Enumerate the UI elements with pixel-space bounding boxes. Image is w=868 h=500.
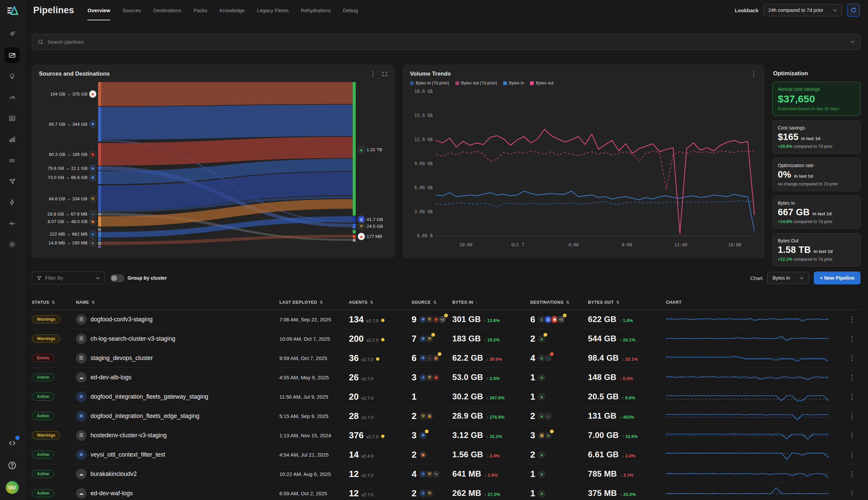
row-menu-icon[interactable]: ⋮ xyxy=(844,451,860,458)
sankey-source-node[interactable] xyxy=(98,171,101,184)
expand-icon[interactable] xyxy=(382,71,387,77)
pipeline-row[interactable]: Warnings☰hostedenv-cluster-v3-staging1:1… xyxy=(32,426,860,445)
sankey-source-node[interactable] xyxy=(98,246,101,248)
edge-delta-logo[interactable] xyxy=(5,4,19,18)
row-menu-icon[interactable]: ⋮ xyxy=(844,470,860,477)
pipeline-name-cell[interactable]: ☸dogfood_integration_fleets_gateway_stag… xyxy=(76,391,279,402)
sidebar-item-metrics[interactable] xyxy=(4,132,20,147)
pipeline-name-cell[interactable]: ☸dogfood_integration_fleets_edge_staging xyxy=(76,411,279,421)
pipeline-row[interactable]: Active☁burakakincloudv210:22 AM, Aug 6, … xyxy=(32,464,860,484)
sidebar-item-onboarding[interactable] xyxy=(4,68,20,84)
pipeline-name[interactable]: ch-log-search-cluster-v3-staging xyxy=(91,335,175,342)
sankey-source-node[interactable] xyxy=(98,185,101,212)
refresh-button[interactable] xyxy=(847,4,860,16)
tab-knowledge[interactable]: Knowledge xyxy=(220,0,245,20)
sidebar-item-ai-assistant[interactable] xyxy=(4,26,20,42)
filter-by-dropdown[interactable]: Filter By xyxy=(32,272,105,284)
sankey-source-label[interactable]: 222 MB → 662 MB xyxy=(49,231,88,237)
pipeline-name-cell[interactable]: ☁ed-dev-alb-logs xyxy=(76,372,279,383)
sankey-chart[interactable]: 104 GB → 375 GB◆85.7 GB → 344 GB☸80.3 GB… xyxy=(39,79,387,252)
pipeline-name-cell[interactable]: ☰staging_devops_cluster xyxy=(76,353,279,363)
row-menu-icon[interactable]: ⋮ xyxy=(844,355,860,361)
sankey-source-node[interactable] xyxy=(98,238,101,241)
pipeline-name[interactable]: veysi_ottl_context_filter_test xyxy=(91,451,165,458)
row-menu-icon[interactable]: ⋮ xyxy=(844,490,860,497)
row-menu-icon[interactable]: ⋮ xyxy=(844,316,860,323)
sankey-destination-node[interactable] xyxy=(353,235,356,238)
tab-packs[interactable]: Packs xyxy=(194,0,207,20)
lookback-dropdown[interactable]: 24h compared to 7d prior xyxy=(763,4,842,16)
sankey-link[interactable] xyxy=(101,82,353,106)
user-avatar[interactable]: OU xyxy=(6,481,19,494)
pipeline-row[interactable]: Errors☰staging_devops_cluster9:59 AM, Oc… xyxy=(32,349,860,368)
column-header-destinations[interactable]: DESTINATIONS⇅ xyxy=(530,300,588,305)
sidebar-item-events[interactable] xyxy=(4,195,20,210)
sankey-destination-label[interactable]: 41.7 GB xyxy=(367,217,383,222)
pipeline-name[interactable]: ed-dev-waf-logs xyxy=(91,490,133,497)
column-header-source[interactable]: SOURCE⇅ xyxy=(412,300,452,305)
sankey-source-label[interactable]: 28.8 GB → 67.9 MB xyxy=(47,212,88,217)
sankey-source-node[interactable] xyxy=(98,242,101,245)
pipeline-row[interactable]: Active☁ed-dev-alb-logs4:55 AM, May 9, 20… xyxy=(32,368,860,387)
sankey-destination-node[interactable] xyxy=(353,224,356,228)
sankey-source-label[interactable]: 85.7 GB → 344 GB xyxy=(49,122,88,127)
sankey-source-node[interactable] xyxy=(98,216,101,226)
pipeline-name-cell[interactable]: ☰hostedenv-cluster-v3-staging xyxy=(76,430,279,441)
column-header-status[interactable]: STATUS⇅ xyxy=(32,300,76,305)
pipeline-row[interactable]: Active☁ed-dev-waf-logs6:59 AM, Oct 2, 20… xyxy=(32,484,860,500)
pipeline-row[interactable]: Warnings☰ch-log-search-cluster-v3-stagin… xyxy=(32,329,860,349)
pipeline-row[interactable]: Active☸dogfood_integration_fleets_gatewa… xyxy=(32,387,860,407)
new-pipeline-button[interactable]: + New Pipeline xyxy=(814,272,860,284)
pipeline-name[interactable]: staging_devops_cluster xyxy=(91,355,153,362)
chevron-down-icon[interactable] xyxy=(850,40,855,43)
pipeline-name[interactable]: ed-dev-alb-logs xyxy=(91,374,132,381)
pipeline-name-cell[interactable]: ☁ed-dev-waf-logs xyxy=(76,488,279,499)
pipeline-row[interactable]: Active☸veysi_ottl_context_filter_test4:5… xyxy=(32,445,860,464)
chart-metric-dropdown[interactable]: Bytes in xyxy=(767,272,809,284)
sankey-source-node[interactable] xyxy=(98,107,101,142)
sankey-source-node[interactable] xyxy=(98,228,101,231)
sankey-source-label[interactable]: 8.07 GB → 48.0 GB xyxy=(48,219,88,224)
pipeline-name[interactable]: burakakincloudv2 xyxy=(91,470,137,478)
column-header-name[interactable]: NAME⇅ xyxy=(76,300,279,305)
sidebar-item-dashboards[interactable] xyxy=(4,90,20,105)
tab-rehydrations[interactable]: Rehydrations xyxy=(301,0,330,20)
tab-debug[interactable]: Debug xyxy=(343,0,358,20)
tab-destinations[interactable]: Destinations xyxy=(153,0,181,20)
volume-trends-chart[interactable]: 0.00 B3.00 GB6.00 GB9.00 GB12.0 GB15.0 G… xyxy=(410,88,757,252)
column-header-bytes-in[interactable]: BYTES IN↓ xyxy=(452,300,530,305)
sankey-source-label[interactable]: 104 GB → 375 GB xyxy=(50,92,88,96)
sankey-source-node[interactable] xyxy=(98,213,101,216)
sankey-source-node[interactable] xyxy=(98,82,101,106)
panel-menu-icon[interactable]: ⋮ xyxy=(370,70,376,77)
sankey-destination-node[interactable] xyxy=(353,230,356,233)
sankey-link[interactable] xyxy=(101,105,353,140)
sankey-source-label[interactable]: 14.8 MB → 190 MB xyxy=(48,240,88,246)
pipeline-name[interactable]: hostedenv-cluster-v3-staging xyxy=(91,432,167,439)
row-menu-icon[interactable]: ⋮ xyxy=(844,393,860,400)
pipeline-row[interactable]: Active☸dogfood_integration_fleets_edge_s… xyxy=(32,407,860,426)
pipeline-name[interactable]: dogfood-confv3-staging xyxy=(91,316,153,323)
pipeline-row[interactable]: Warnings☰dogfood-confv3-staging7:06 AM, … xyxy=(32,310,860,329)
group-by-cluster-toggle[interactable] xyxy=(110,274,124,282)
row-menu-icon[interactable]: ⋮ xyxy=(844,432,860,439)
sidebar-item-settings[interactable] xyxy=(4,237,20,252)
tab-overview[interactable]: Overview xyxy=(88,0,110,20)
sidebar-item-streams[interactable] xyxy=(4,152,20,168)
legend-item[interactable]: Bytes in (7d prior) xyxy=(410,81,449,86)
column-header-last-deployed[interactable]: LAST DEPLOYED⇅ xyxy=(279,300,349,305)
row-menu-icon[interactable]: ⋮ xyxy=(844,335,860,342)
sankey-source-node[interactable] xyxy=(98,232,101,237)
legend-item[interactable]: Bytes out xyxy=(530,81,553,86)
column-header-agents[interactable]: AGENTS⇅ xyxy=(349,300,412,305)
pipeline-name-cell[interactable]: ☁burakakincloudv2 xyxy=(76,469,279,479)
pipeline-name-cell[interactable]: ☸veysi_ottl_context_filter_test xyxy=(76,450,279,460)
sankey-source-label[interactable]: 64.6 GB → 334 GB xyxy=(49,196,88,201)
sankey-destination-label[interactable]: 24.5 GB xyxy=(367,224,383,229)
column-header-bytes-out[interactable]: BYTES OUT⇅ xyxy=(588,300,666,305)
panel-menu-icon[interactable]: ⋮ xyxy=(750,70,757,77)
sankey-destination-node[interactable] xyxy=(353,216,356,223)
tab-sources[interactable]: Sources xyxy=(122,0,141,20)
legend-item[interactable]: Bytes in xyxy=(503,81,524,86)
sankey-destination-label[interactable]: 1.31 TB xyxy=(367,147,382,152)
